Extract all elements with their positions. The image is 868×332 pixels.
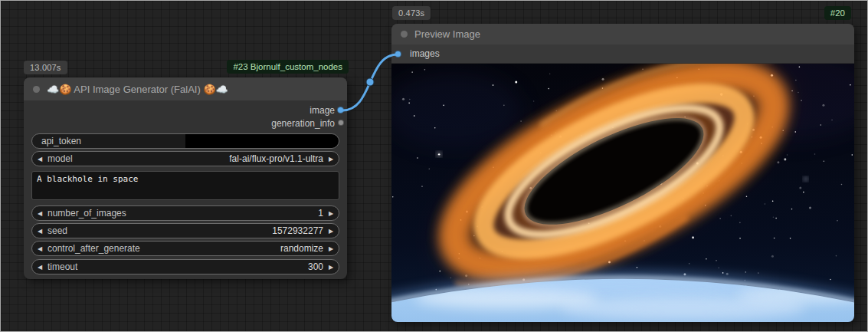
node-graph-canvas[interactable]: 13.007s #23 Bjornulf_custom_nodes ☁️🍪 AP… [0,0,868,332]
node-api-image-generator[interactable]: ☁️🍪 API Image Generator (FalAI) 🍪☁️ imag… [24,77,347,279]
timeout-increment-icon[interactable]: ▶ [323,264,339,271]
link-midpoint-dot [366,78,374,86]
preview-node-title: Preview Image [414,28,480,40]
collapse-dot-icon[interactable] [33,86,40,93]
timeout-decrement-icon[interactable]: ◀ [32,264,47,271]
blackhole-artwork [391,64,854,322]
widget-number-of-images[interactable]: ◀ number_of_images 1 ▶ [31,205,339,221]
seed-decrement-icon[interactable]: ◀ [32,228,47,235]
input-label-images: images [410,48,440,59]
number-of-images-value: 1 [318,208,323,219]
seed-label: seed [47,225,67,236]
number-of-images-label: number_of_images [47,208,126,219]
generator-node-header[interactable]: ☁️🍪 API Image Generator (FalAI) 🍪☁️ [24,77,347,100]
timeout-label: timeout [47,261,77,272]
prompt-textarea[interactable]: A blackhole in space [31,171,339,200]
api-token-masked-value [185,134,339,148]
generator-timer-badge: 13.007s [24,61,67,74]
output-label-generation-info: generation_info [271,119,335,129]
model-next-arrow-icon[interactable]: ▶ [323,156,339,163]
collapse-dot-icon[interactable] [401,31,408,38]
widget-control-after-generate[interactable]: ◀ control_after_generate randomize ▶ [31,241,339,256]
model-value: fal-ai/flux-pro/v1.1-ultra [229,153,323,164]
seed-increment-icon[interactable]: ▶ [323,228,339,235]
widget-api-token[interactable]: api_token [31,133,339,149]
preview-id-badge: #20 [824,6,851,20]
preview-node-header[interactable]: Preview Image [391,24,854,44]
timeout-value: 300 [308,261,323,272]
api-token-label: api_token [41,136,81,146]
input-row-images: images [391,44,854,64]
widget-model[interactable]: ◀ model fal-ai/flux-pro/v1.1-ultra ▶ [31,151,339,166]
input-slot-images[interactable] [395,51,401,58]
number-of-images-increment-icon[interactable]: ▶ [323,210,339,217]
widget-timeout[interactable]: ◀ timeout 300 ▶ [31,259,339,274]
output-slot-generation-info[interactable] [338,120,344,126]
control-after-generate-prev-icon[interactable]: ◀ [32,245,47,252]
control-after-generate-next-icon[interactable]: ▶ [323,245,339,252]
number-of-images-decrement-icon[interactable]: ◀ [32,210,47,217]
seed-value: 1572932277 [272,225,323,236]
preview-timer-badge: 0.473s [392,6,431,20]
link-image-to-images[interactable] [342,54,398,110]
model-label: model [47,153,73,164]
output-label-image: image [310,106,335,116]
generator-node-title: ☁️🍪 API Image Generator (FalAI) 🍪☁️ [47,84,228,95]
control-after-generate-label: control_after_generate [47,243,140,254]
widget-seed[interactable]: ◀ seed 1572932277 ▶ [31,223,339,238]
control-after-generate-value: randomize [280,243,323,254]
preview-image-blackhole [391,64,854,322]
node-preview-image[interactable]: Preview Image images [391,24,854,322]
model-prev-arrow-icon[interactable]: ◀ [32,156,47,163]
generator-id-badge: #23 Bjornulf_custom_nodes [227,60,349,74]
output-slot-image[interactable] [337,107,344,113]
